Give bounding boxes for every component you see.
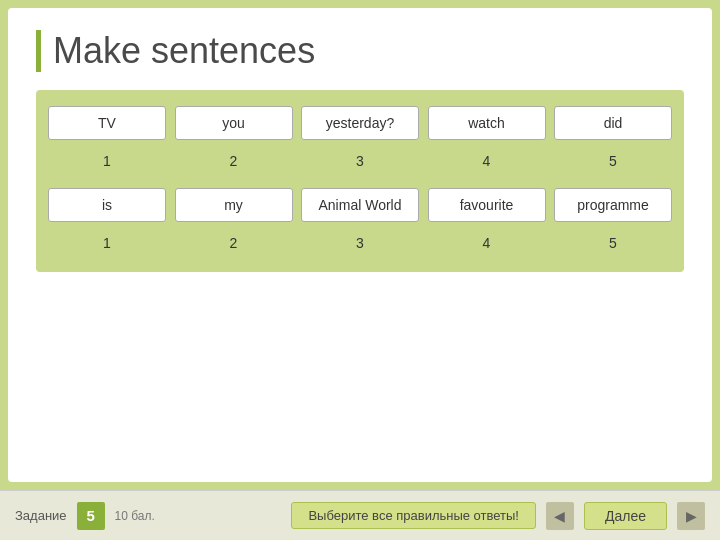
- number-cell: 3: [301, 230, 419, 256]
- sentences-area: TV you yesterday? watch did 1 2 3 4 5 is…: [36, 90, 684, 272]
- word-cell[interactable]: yesterday?: [301, 106, 419, 140]
- word-cell[interactable]: watch: [428, 106, 546, 140]
- white-card: Make sentences TV you yesterday? watch d…: [8, 8, 712, 482]
- word-row-1: TV you yesterday? watch did: [48, 106, 672, 140]
- number-cell: 1: [48, 148, 166, 174]
- instruction-button[interactable]: Выберите все правильные ответы!: [291, 502, 536, 529]
- number-cell: 5: [554, 148, 672, 174]
- number-cell: 5: [554, 230, 672, 256]
- word-cell[interactable]: you: [175, 106, 293, 140]
- number-cell: 2: [175, 230, 293, 256]
- word-row-2: is my Animal World favourite programme: [48, 188, 672, 222]
- page-title: Make sentences: [36, 30, 684, 72]
- number-row-1: 1 2 3 4 5: [48, 148, 672, 174]
- next-arrow-button[interactable]: ▶: [677, 502, 705, 530]
- footer-bar: Задание 5 10 бал. Выберите все правильны…: [0, 490, 720, 540]
- number-cell: 1: [48, 230, 166, 256]
- points-label: 10 бал.: [115, 509, 155, 523]
- word-cell[interactable]: favourite: [428, 188, 546, 222]
- number-cell: 2: [175, 148, 293, 174]
- main-area: Make sentences TV you yesterday? watch d…: [0, 0, 720, 540]
- next-button[interactable]: Далее: [584, 502, 667, 530]
- word-cell[interactable]: is: [48, 188, 166, 222]
- number-row-2: 1 2 3 4 5: [48, 230, 672, 256]
- prev-arrow-button[interactable]: ◀: [546, 502, 574, 530]
- number-cell: 3: [301, 148, 419, 174]
- word-cell[interactable]: did: [554, 106, 672, 140]
- zadanie-number: 5: [77, 502, 105, 530]
- word-cell[interactable]: Animal World: [301, 188, 419, 222]
- zadanie-label: Задание: [15, 508, 67, 523]
- word-cell[interactable]: my: [175, 188, 293, 222]
- number-cell: 4: [428, 148, 546, 174]
- word-cell[interactable]: TV: [48, 106, 166, 140]
- number-cell: 4: [428, 230, 546, 256]
- word-cell[interactable]: programme: [554, 188, 672, 222]
